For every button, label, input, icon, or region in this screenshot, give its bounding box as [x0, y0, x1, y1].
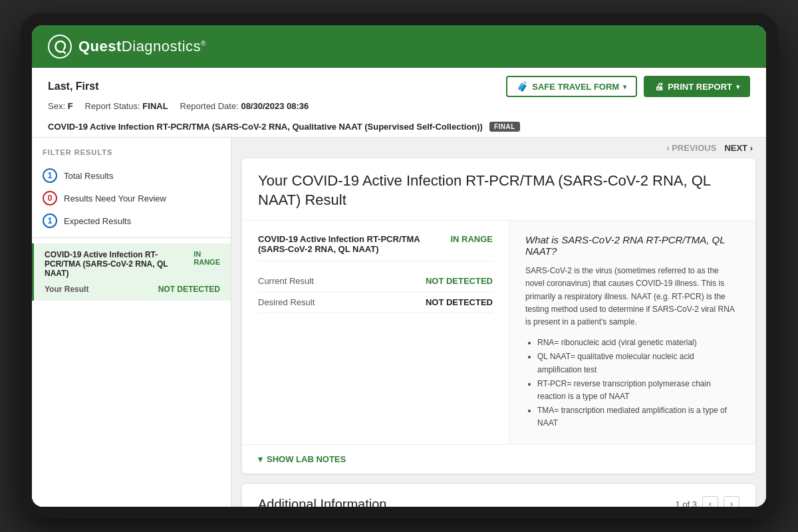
- device-frame: QuestDiagnostics® Last, First 🧳 SAFE TRA…: [20, 13, 778, 519]
- sidebar-your-result-value: NOT DETECTED: [158, 285, 220, 294]
- current-result-label: Current Result: [258, 276, 314, 286]
- sidebar: FILTER RESULTS 1 Total Results 0 Results…: [32, 138, 231, 507]
- suitcase-icon: 🧳: [517, 81, 528, 92]
- result-test-name: COVID-19 Active Infection RT-PCR/TMA (SA…: [258, 234, 450, 254]
- chevron-down-icon: ▾: [623, 83, 626, 90]
- print-icon: 🖨: [654, 81, 664, 92]
- result-card-header: Your COVID-19 Active Infection RT-PCR/TM…: [242, 158, 755, 221]
- svg-point-0: [49, 35, 71, 58]
- desired-result-value: NOT DETECTED: [426, 297, 493, 307]
- show-lab-notes-label: SHOW LAB NOTES: [267, 454, 346, 464]
- safe-travel-form-button[interactable]: 🧳 SAFE TRAVEL FORM ▾: [506, 76, 637, 97]
- result-row-header: COVID-19 Active Infection RT-PCR/TMA (SA…: [258, 234, 493, 261]
- additional-title: Additional Information: [258, 497, 386, 507]
- info-body: SARS-CoV-2 is the virus (sometimes refer…: [525, 265, 739, 329]
- expected-results-filter[interactable]: 1 Expected Results: [32, 209, 231, 232]
- logo-text: QuestDiagnostics®: [78, 38, 206, 55]
- final-badge: FINAL: [489, 122, 520, 132]
- total-results-filter[interactable]: 1 Total Results: [32, 164, 231, 187]
- needs-review-filter[interactable]: 0 Results Need Your Review: [32, 187, 231, 209]
- app-header: QuestDiagnostics®: [32, 25, 766, 68]
- total-results-label: Total Results: [64, 171, 113, 181]
- nav-row: ‹ PREVIOUS NEXT ›: [231, 138, 766, 158]
- result-status: IN RANGE: [450, 234, 493, 244]
- info-title: What is SARS-CoV-2 RNA RT-PCR/TMA, QL NA…: [525, 234, 739, 257]
- next-button[interactable]: NEXT ›: [724, 143, 753, 153]
- sidebar-status: IN RANGE: [194, 250, 220, 266]
- chevron-down-icon2: ▾: [736, 83, 739, 90]
- result-left: COVID-19 Active Infection RT-PCR/TMA (SA…: [242, 221, 509, 444]
- pagination-prev-button[interactable]: ‹: [702, 496, 718, 507]
- patient-bar: Last, First 🧳 SAFE TRAVEL FORM ▾ 🖨 PRINT…: [32, 68, 766, 138]
- additional-header: Additional Information 1 of 3 ‹ ›: [242, 484, 755, 507]
- logo-area: QuestDiagnostics®: [48, 35, 206, 59]
- sidebar-result-card[interactable]: COVID-19 Active Infection RT-PCR/TMA (SA…: [32, 243, 231, 301]
- list-item: RT-PCR= reverse transcription polymerase…: [537, 378, 739, 403]
- patient-row1: Last, First 🧳 SAFE TRAVEL FORM ▾ 🖨 PRINT…: [48, 76, 750, 97]
- info-list: RNA= ribonucleic acid (viral genetic mat…: [525, 336, 739, 430]
- pagination-info: 1 of 3 ‹ ›: [675, 496, 739, 507]
- patient-name: Last, First: [48, 80, 98, 92]
- content-panel: ‹ PREVIOUS NEXT › Your COVID-19 Active I…: [231, 138, 766, 507]
- list-item: QL NAAT= qualitative molecular nucleic a…: [537, 350, 739, 376]
- sex-label: Sex: F: [48, 101, 73, 111]
- sidebar-your-result-row: Your Result NOT DETECTED: [45, 285, 220, 294]
- list-item: RNA= ribonucleic acid (viral genetic mat…: [537, 336, 739, 349]
- safe-travel-label: SAFE TRAVEL FORM: [532, 82, 619, 92]
- patient-row3: COVID-19 Active Infection RT-PCR/TMA (SA…: [48, 116, 750, 137]
- print-report-button[interactable]: 🖨 PRINT REPORT ▾: [644, 76, 750, 97]
- patient-actions: 🧳 SAFE TRAVEL FORM ▾ 🖨 PRINT REPORT ▾: [506, 76, 750, 97]
- main-result-card: Your COVID-19 Active Infection RT-PCR/TM…: [242, 158, 755, 473]
- filter-title: FILTER RESULTS: [32, 148, 231, 164]
- pagination-next-button[interactable]: ›: [724, 496, 739, 507]
- report-status: Report Status: FINAL: [85, 101, 168, 111]
- result-right: What is SARS-CoV-2 RNA RT-PCR/TMA, QL NA…: [509, 221, 755, 444]
- result-card-title: Your COVID-19 Active Infection RT-PCR/TM…: [258, 172, 739, 209]
- pagination-text: 1 of 3: [675, 499, 697, 507]
- sidebar-your-result-label: Your Result: [45, 285, 88, 294]
- browser-window: QuestDiagnostics® Last, First 🧳 SAFE TRA…: [32, 25, 766, 507]
- reported-date: Reported Date: 08/30/2023 08:36: [180, 101, 309, 111]
- total-results-count: 1: [43, 168, 57, 183]
- current-result-value: NOT DETECTED: [426, 276, 493, 286]
- patient-row2: Sex: F Report Status: FINAL Reported Dat…: [48, 101, 750, 111]
- main-content: FILTER RESULTS 1 Total Results 0 Results…: [32, 138, 766, 507]
- quest-logo-icon: [48, 35, 72, 59]
- needs-review-count: 0: [43, 191, 57, 205]
- sidebar-divider: [32, 237, 231, 238]
- expected-results-label: Expected Results: [64, 216, 131, 226]
- list-item: TMA= transcription mediated amplificatio…: [537, 404, 739, 430]
- test-name-header: COVID-19 Active Infection RT-PCR/TMA (SA…: [48, 122, 483, 132]
- desired-result-label: Desired Result: [258, 297, 315, 307]
- expected-results-count: 1: [43, 213, 57, 228]
- desired-result-row: Desired Result NOT DETECTED: [258, 292, 493, 313]
- needs-review-label: Results Need Your Review: [64, 194, 166, 203]
- result-card-body: COVID-19 Active Infection RT-PCR/TMA (SA…: [242, 221, 755, 444]
- chevron-down-icon3: ▾: [258, 454, 263, 464]
- previous-button[interactable]: ‹ PREVIOUS: [666, 143, 716, 153]
- current-result-row: Current Result NOT DETECTED: [258, 271, 493, 292]
- sidebar-test-name: COVID-19 Active Infection RT-PCR/TMA (SA…: [45, 250, 194, 278]
- additional-info-card: Additional Information 1 of 3 ‹ › Corona…: [242, 484, 755, 507]
- print-report-label: PRINT REPORT: [668, 82, 732, 92]
- show-lab-notes-button[interactable]: ▾ SHOW LAB NOTES: [242, 444, 755, 473]
